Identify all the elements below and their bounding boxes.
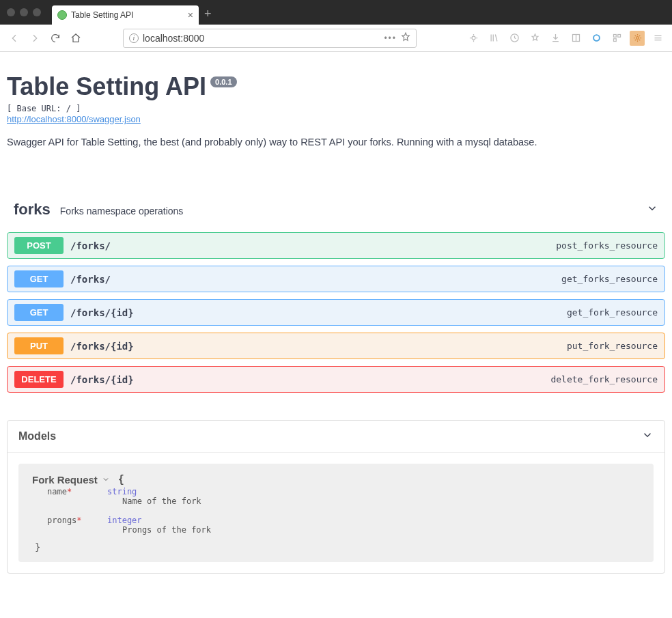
svg-point-3	[593, 35, 600, 41]
operation-path: /forks/{id}	[70, 341, 134, 352]
brace-close: }	[32, 542, 640, 552]
browser-nav-bar: i localhost:8000 •••	[0, 25, 672, 52]
maximize-window-dot[interactable]	[33, 8, 41, 16]
page-actions-icon[interactable]: •••	[384, 33, 397, 43]
method-badge: PUT	[14, 337, 64, 354]
operation-name: delete_fork_resource	[550, 374, 658, 384]
operation-row[interactable]: PUT/forks/{id}put_fork_resource	[7, 333, 665, 359]
svg-rect-5	[617, 35, 620, 38]
method-badge: GET	[14, 304, 64, 321]
menu-icon[interactable]	[650, 31, 665, 46]
models-title: Models	[18, 430, 56, 443]
model-name[interactable]: Fork Request {	[32, 473, 124, 486]
browser-tab-bar: Table Setting API × +	[0, 0, 672, 25]
window-controls	[7, 8, 41, 16]
api-title: Table Setting API	[7, 72, 206, 101]
operation-path: /forks/	[70, 274, 111, 285]
bookmark-star-icon[interactable]	[527, 31, 542, 46]
close-window-dot[interactable]	[7, 8, 15, 16]
api-version-badge: 0.0.1	[210, 76, 236, 87]
chevron-down-icon	[641, 429, 654, 444]
models-header[interactable]: Models	[8, 421, 664, 453]
site-info-icon[interactable]: i	[129, 33, 139, 43]
tab-title: Table Setting API	[71, 10, 133, 20]
operation-path: /forks/{id}	[70, 374, 134, 385]
extension-gear-icon[interactable]	[630, 31, 645, 46]
library-icon[interactable]	[486, 31, 501, 46]
address-bar[interactable]: i localhost:8000 •••	[123, 29, 417, 48]
favicon-icon	[57, 10, 67, 20]
operation-row[interactable]: DELETE/forks/{id}delete_fork_resource	[7, 366, 665, 393]
reader-icon[interactable]	[568, 31, 583, 46]
close-tab-icon[interactable]: ×	[188, 10, 193, 20]
operation-name: post_forks_resource	[556, 240, 658, 251]
model-property-desc: Prongs of the fork	[32, 525, 640, 535]
models-section: Models Fork Request { name*stringName of…	[7, 420, 665, 574]
operation-path: /forks/	[70, 240, 111, 251]
forward-button[interactable]	[27, 31, 42, 46]
downloads-icon[interactable]	[548, 31, 563, 46]
tracking-icon[interactable]	[466, 31, 481, 46]
namespace-header[interactable]: forks Forks namespace operations	[7, 195, 665, 232]
model-block: Fork Request { name*stringName of the fo…	[18, 464, 654, 562]
home-button[interactable]	[68, 31, 83, 46]
method-badge: POST	[14, 237, 64, 254]
model-property: prongs*integer	[32, 516, 640, 525]
operation-name: put_fork_resource	[567, 341, 658, 351]
base-url-label: [ Base URL: / ]	[7, 104, 665, 113]
minimize-window-dot[interactable]	[20, 8, 28, 16]
svg-rect-6	[613, 39, 616, 42]
page-content: Table Setting API 0.0.1 [ Base URL: / ] …	[0, 52, 672, 601]
method-badge: DELETE	[14, 371, 64, 388]
svg-point-0	[472, 36, 475, 40]
bookmark-icon[interactable]	[401, 32, 410, 44]
new-tab-button[interactable]: +	[204, 7, 212, 21]
namespace-section: forks Forks namespace operations POST/fo…	[7, 195, 665, 393]
chevron-down-icon	[646, 202, 658, 216]
extension-grid-icon[interactable]	[609, 31, 624, 46]
operation-row[interactable]: POST/forks/post_forks_resource	[7, 232, 665, 259]
reload-button[interactable]	[48, 31, 63, 46]
model-property: name*string	[32, 487, 640, 496]
operation-name: get_forks_resource	[561, 274, 658, 284]
history-icon[interactable]	[507, 31, 522, 46]
browser-tab[interactable]: Table Setting API ×	[52, 5, 199, 25]
namespace-name: forks	[14, 201, 51, 219]
svg-point-7	[636, 37, 639, 40]
namespace-desc: Forks namespace operations	[60, 206, 184, 216]
extension-circle-icon[interactable]	[589, 31, 604, 46]
method-badge: GET	[14, 270, 64, 287]
operation-name: get_fork_resource	[567, 307, 658, 318]
svg-rect-4	[613, 35, 616, 38]
operation-row[interactable]: GET/forks/get_forks_resource	[7, 266, 665, 292]
model-property-desc: Name of the fork	[32, 496, 640, 506]
api-description: Swagger API for Table Setting, the best …	[7, 137, 665, 148]
swagger-json-link[interactable]: http://localhost:8000/swagger.json	[7, 114, 141, 124]
url-text: localhost:8000	[143, 33, 380, 44]
back-button[interactable]	[7, 31, 22, 46]
operation-path: /forks/{id}	[70, 307, 134, 318]
operation-row[interactable]: GET/forks/{id}get_fork_resource	[7, 299, 665, 326]
